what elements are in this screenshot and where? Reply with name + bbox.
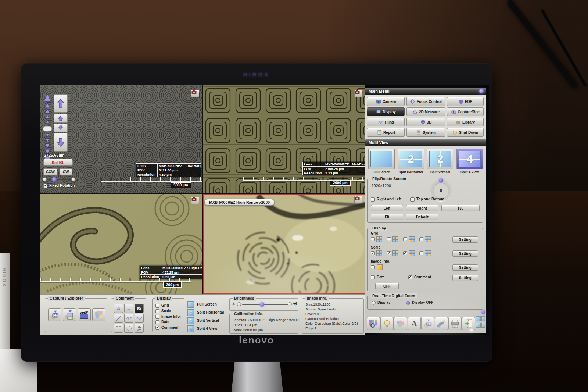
menu-shut-down-button[interactable]: Shut Down	[447, 128, 484, 137]
menu-camera-button[interactable]: Camera	[367, 97, 405, 106]
stage-up-button[interactable]	[54, 114, 68, 123]
grid-q4-checkbox[interactable]	[419, 237, 423, 241]
grid-q2-checkbox[interactable]	[387, 237, 391, 241]
stage-down-button[interactable]	[54, 124, 68, 132]
capture-image-button[interactable]	[48, 308, 61, 321]
mini-view-2-button[interactable]	[476, 323, 481, 328]
scale-q2-checkbox[interactable]	[387, 251, 391, 255]
ccw-button[interactable]: CCW	[43, 168, 57, 175]
rotation-slider-right-dot[interactable]	[71, 177, 75, 181]
quadrant-high-range-2000[interactable]: MXB-5000REZ High-Range x2000	[203, 194, 365, 294]
menu-3d-button[interactable]: 3D	[406, 118, 445, 126]
top-and-bottom-checkbox[interactable]	[410, 197, 415, 202]
scale-setting-button[interactable]: Setting	[452, 250, 478, 257]
comment-checkbox[interactable]	[408, 275, 412, 279]
split-horizontal-view-button[interactable]: 2	[187, 309, 194, 316]
date-checkbox[interactable]	[371, 275, 375, 279]
mini-view-4-button[interactable]	[481, 323, 485, 328]
capture-camera-button[interactable]	[354, 196, 362, 203]
menu-display-button-active[interactable]: Display	[367, 107, 405, 116]
lamp-button[interactable]	[380, 317, 394, 330]
fixed-rotation-checkbox[interactable]	[43, 184, 47, 188]
menu-capture-rec-button[interactable]: Capture/Rec	[447, 107, 484, 116]
mini-view-3-button[interactable]	[481, 316, 485, 321]
comment-label[interactable]: MXB-5000REZ High-Range x2000	[204, 199, 275, 206]
image-info-checkbox[interactable]	[155, 315, 159, 319]
comment-arrow-tool[interactable]: →	[124, 304, 133, 313]
date-checkbox[interactable]	[155, 320, 159, 324]
image-info-checkbox[interactable]	[371, 265, 375, 269]
brightness-knob[interactable]	[260, 302, 264, 307]
zoom-display-off-radio[interactable]	[406, 301, 410, 305]
rotation-slider-knob[interactable]	[52, 177, 57, 182]
scope-button[interactable]	[435, 317, 448, 330]
grid-q1-checkbox[interactable]	[371, 237, 375, 241]
menu-edp-button[interactable]: EDP	[447, 97, 484, 106]
rotation-slider-left-dot[interactable]	[43, 177, 47, 181]
rotation-slider-track[interactable]	[44, 179, 74, 180]
comment-ellipse-tool[interactable]	[124, 324, 133, 333]
stage-down-fast-button[interactable]	[54, 133, 68, 152]
default-button[interactable]: Default	[406, 214, 438, 220]
annotation-setting-button[interactable]: Setting	[452, 275, 478, 281]
rotate-left-button[interactable]: Left	[371, 205, 403, 211]
set-bl-button[interactable]: Set BL	[43, 159, 73, 166]
comment-rect-tool[interactable]	[114, 324, 123, 333]
apps-launcher-button[interactable]	[367, 317, 380, 330]
fit-button[interactable]: Fit	[371, 214, 403, 220]
text-annotation-button[interactable]: A	[408, 317, 421, 330]
stage-up-fast-button[interactable]	[54, 94, 68, 113]
rotate-right-button[interactable]: Right	[406, 205, 438, 211]
split-vertical-view-button[interactable]: 2	[187, 317, 194, 324]
grid-setting-button[interactable]: Setting	[452, 236, 478, 243]
menu-library-button[interactable]: Library	[447, 118, 484, 126]
quadrant-high-range-700[interactable]: LensMXB-5000REZ : High-Range : x700 FOV4…	[40, 194, 202, 294]
scale-q1-checkbox[interactable]	[371, 251, 375, 255]
comment-note-tool[interactable]	[135, 304, 144, 313]
comment-stamp-tool[interactable]	[135, 324, 144, 333]
multi-view-split-horizontal[interactable]: 2	[398, 149, 424, 169]
capture-camera-button[interactable]	[191, 90, 199, 97]
menu-system-button[interactable]: System	[406, 128, 445, 137]
off-button[interactable]: OFF	[375, 283, 399, 289]
grid-q3-checkbox[interactable]	[403, 237, 407, 241]
print-button[interactable]	[448, 317, 462, 330]
rotate-180-button[interactable]: 180	[441, 205, 480, 211]
capture-camera-button[interactable]	[191, 197, 199, 204]
menu-tiling-button[interactable]: Tiling	[367, 118, 405, 126]
zoom-display-radio[interactable]	[372, 301, 376, 305]
scale-checkbox[interactable]	[155, 309, 159, 313]
brightness-down-button[interactable]	[237, 302, 241, 306]
split-4-view-button[interactable]: 4	[187, 325, 194, 332]
capture-camera-button[interactable]	[354, 90, 362, 97]
grid-checkbox[interactable]	[155, 304, 159, 308]
capture-save-button[interactable]	[63, 308, 76, 321]
comment-wave-tool[interactable]	[135, 314, 144, 323]
quick-capture-button[interactable]	[421, 317, 434, 330]
multi-view-full-screen[interactable]	[368, 149, 395, 169]
comment-text-tool[interactable]: A	[114, 304, 123, 313]
rotation-dial-knob[interactable]	[439, 178, 443, 182]
record-movie-button[interactable]	[78, 308, 91, 321]
right-and-left-checkbox[interactable]	[371, 197, 375, 202]
multi-view-split-4-active[interactable]: 4	[456, 149, 483, 169]
comment-checkbox[interactable]	[155, 326, 159, 330]
gallery-button[interactable]	[394, 317, 407, 330]
quadrant-mid-range[interactable]: LensMXB-5000REZ : Mid-Range : x140 FOV21…	[203, 85, 365, 193]
exit-button[interactable]	[462, 317, 475, 330]
menu-2d-measure-button[interactable]: 2D Measure	[406, 107, 445, 116]
menu-report-button[interactable]: Report	[367, 128, 405, 137]
image-info-setting-button[interactable]: Setting	[452, 264, 478, 271]
comment-line-tool[interactable]	[114, 314, 123, 323]
menu-focus-control-button[interactable]: Focus Control	[406, 97, 445, 106]
scale-q3-checkbox[interactable]	[403, 251, 407, 255]
explorer-button[interactable]	[92, 308, 105, 321]
mini-view-1-button[interactable]	[476, 316, 481, 321]
cw-button[interactable]: CW	[60, 168, 72, 175]
scale-q4-checkbox[interactable]	[419, 251, 423, 255]
brightness-up-button[interactable]	[288, 302, 292, 306]
brightness-track[interactable]	[242, 304, 290, 305]
full-screen-view-button[interactable]	[187, 301, 194, 308]
comment-freehand-tool[interactable]	[124, 314, 133, 323]
help-orb-icon[interactable]	[479, 89, 484, 93]
